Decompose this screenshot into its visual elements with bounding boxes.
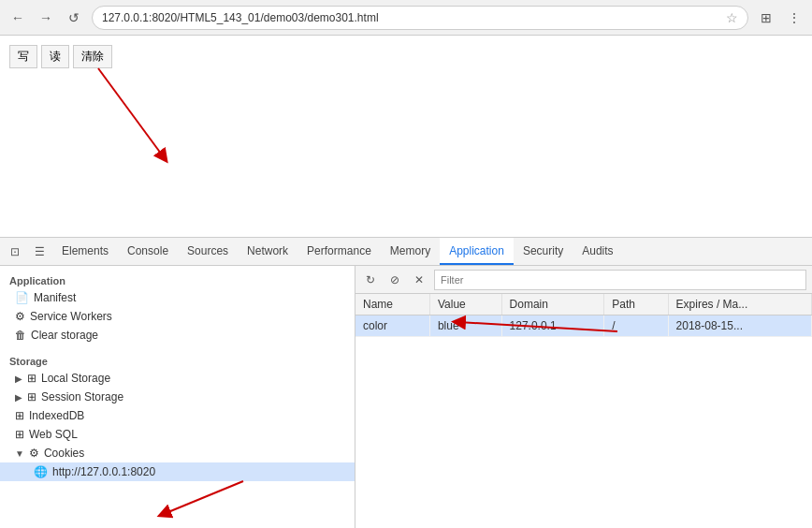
back-button[interactable]: ← (7, 7, 28, 28)
table-row[interactable]: colorblue127.0.0.1/2018-08-15... (355, 315, 812, 337)
cookies-table: Name Value Domain Path Expires / Ma... c… (355, 294, 812, 337)
cookies-icon: ⚙ (29, 447, 39, 460)
tab-elements[interactable]: Elements (52, 238, 118, 265)
tab-console[interactable]: Console (118, 238, 178, 265)
sidebar-item-cookie-url[interactable]: 🌐 http://127.0.0.1:8020 (0, 462, 355, 481)
main-panel: ↻ ⊘ ✕ Name Value Domain Path Expires / M… (355, 266, 812, 528)
sidebar-item-local-storage[interactable]: ▶ ⊞ Local Storage (0, 369, 355, 388)
refresh-cookies-button[interactable]: ↻ (361, 271, 380, 289)
forward-button[interactable]: → (36, 7, 56, 28)
sidebar-item-service-workers[interactable]: ⚙ Service Workers (0, 307, 355, 326)
storage-section: Storage ▶ ⊞ Local Storage ▶ ⊞ Session St… (0, 350, 355, 481)
indexeddb-icon: ⊞ (15, 409, 24, 422)
tab-audits[interactable]: Audits (573, 238, 622, 265)
session-storage-icon: ⊞ (27, 390, 36, 403)
tab-sources[interactable]: Sources (178, 238, 238, 265)
tab-network[interactable]: Network (238, 238, 297, 265)
app-section-title: Application (0, 270, 355, 288)
devtools-tabs-bar: ⊡ ☰ Elements Console Sources Network Per… (0, 238, 812, 266)
browser-chrome: ← → ↺ 127.0.0.1:8020/HTML5_143_01/demo03… (0, 0, 812, 36)
sidebar-item-web-sql[interactable]: ⊞ Web SQL (0, 425, 355, 444)
devtools-layout-icon[interactable]: ☰ (28, 241, 51, 263)
panel-toolbar: ↻ ⊘ ✕ (355, 266, 812, 294)
devtools-panel: ⊡ ☰ Elements Console Sources Network Per… (0, 237, 812, 528)
col-value: Value (429, 294, 501, 315)
col-name: Name (355, 294, 429, 315)
col-domain: Domain (501, 294, 604, 315)
expand-arrow-cookies: ▼ (15, 448, 24, 459)
col-expires: Expires / Ma... (668, 294, 811, 315)
devtools-sidebar: Application 📄 Manifest ⚙ Service Workers… (0, 266, 355, 528)
clear-storage-icon: 🗑 (15, 329, 26, 342)
sidebar-item-cookies[interactable]: ▼ ⚙ Cookies (0, 444, 355, 462)
reload-button[interactable]: ↺ (64, 7, 84, 28)
sidebar-item-indexeddb[interactable]: ⊞ IndexedDB (0, 406, 355, 425)
clear-button[interactable]: 清除 (73, 45, 112, 68)
storage-section-title: Storage (0, 350, 355, 369)
sidebar-item-clear-storage[interactable]: 🗑 Clear storage (0, 326, 355, 345)
clear-cookies-button[interactable]: ✕ (410, 271, 428, 289)
tab-application[interactable]: Application (440, 238, 514, 265)
svg-line-0 (98, 68, 164, 157)
manifest-icon: 📄 (15, 291, 29, 304)
bookmark-icon[interactable]: ☆ (726, 10, 738, 25)
url-text: 127.0.0.1:8020/HTML5_143_01/demo03/demo3… (102, 11, 726, 24)
read-button[interactable]: 读 (41, 45, 69, 68)
page-buttons: 写 读 清除 (9, 45, 803, 68)
tab-performance[interactable]: Performance (297, 238, 381, 265)
col-path: Path (604, 294, 668, 315)
local-storage-icon: ⊞ (27, 372, 36, 385)
cookies-table-container: Name Value Domain Path Expires / Ma... c… (355, 294, 812, 528)
write-button[interactable]: 写 (9, 45, 37, 68)
extensions-button[interactable]: ⊞ (756, 7, 776, 28)
filter-input[interactable] (434, 270, 806, 290)
web-sql-icon: ⊞ (15, 428, 24, 441)
sidebar-item-manifest[interactable]: 📄 Manifest (0, 288, 355, 307)
devtools-body: Application 📄 Manifest ⚙ Service Workers… (0, 266, 812, 528)
service-workers-icon: ⚙ (15, 310, 25, 323)
sidebar-item-session-storage[interactable]: ▶ ⊞ Session Storage (0, 388, 355, 406)
block-cookies-button[interactable]: ⊘ (385, 271, 404, 289)
page-area: 写 读 清除 (0, 36, 812, 237)
devtools-select-icon[interactable]: ⊡ (4, 241, 26, 263)
tab-memory[interactable]: Memory (381, 238, 440, 265)
address-bar[interactable]: 127.0.0.1:8020/HTML5_143_01/demo03/demo3… (92, 6, 748, 30)
menu-button[interactable]: ⋮ (784, 7, 805, 28)
cookie-url-icon: 🌐 (34, 465, 48, 478)
expand-arrow-local: ▶ (15, 374, 22, 384)
tab-security[interactable]: Security (514, 238, 573, 265)
expand-arrow-session: ▶ (15, 392, 22, 403)
